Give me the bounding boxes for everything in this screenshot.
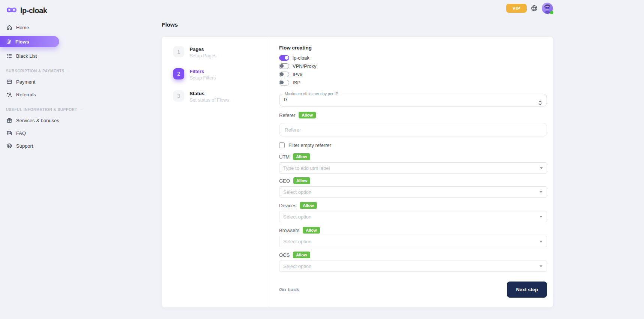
user-avatar[interactable]	[542, 3, 553, 14]
globe-icon[interactable]	[531, 5, 538, 12]
ocs-select[interactable]: Select option	[279, 261, 547, 272]
number-stepper-icon[interactable]	[538, 100, 542, 106]
ocs-label-row: OCS Allow	[279, 252, 547, 258]
max-clicks-label: Maximum clicks per day per IP	[283, 91, 340, 96]
toggle-isp[interactable]: ISP	[279, 80, 547, 85]
online-status-dot	[550, 11, 553, 14]
step-filters[interactable]: 2 Filters Setup Filters	[173, 68, 267, 81]
stepper: 1 Pages Setup Pages 2 Filters Setup Filt…	[162, 37, 267, 307]
list-icon	[6, 53, 12, 59]
referer-label-row: Referer Allow	[279, 112, 547, 118]
step-title: Pages	[190, 46, 217, 52]
browsers-select[interactable]: Select option	[279, 236, 547, 247]
sidebar-item-payment[interactable]: Payment	[0, 76, 66, 87]
sidebar-section-subscription: SUBSCRIPTION & PAYMENTS	[6, 69, 60, 73]
step-number: 3	[173, 90, 184, 102]
sidebar-item-label: Flows	[15, 39, 29, 45]
chevron-down-icon	[539, 191, 542, 195]
sidebar-item-services[interactable]: Services & bonuses	[0, 115, 66, 126]
sidebar-section-support: USEFUL INFORMATION & SUPPORT	[6, 108, 60, 112]
toggle-switch[interactable]	[279, 63, 289, 69]
vip-badge[interactable]: VIP	[506, 4, 527, 13]
sidebar-item-flows[interactable]: Flows	[0, 36, 59, 47]
sidebar-item-label: Support	[16, 143, 33, 149]
sidebar-item-label: Payment	[16, 79, 35, 85]
toggle-ipv6[interactable]: IPv6	[279, 72, 547, 77]
chevron-down-icon	[539, 216, 542, 219]
toggle-switch[interactable]	[279, 72, 289, 77]
credit-card-icon	[6, 79, 12, 85]
sidebar-item-label: Home	[16, 25, 29, 30]
max-clicks-field: Maximum clicks per day per IP	[279, 91, 547, 106]
browsers-label: Browsers	[279, 228, 299, 233]
step-status[interactable]: 3 Status Set status of Flows	[173, 90, 267, 103]
devices-label: Devices	[279, 203, 296, 208]
home-icon	[6, 24, 12, 31]
ocs-allow-badge[interactable]: Allow	[293, 252, 310, 258]
filter-empty-referrer-row[interactable]: Filter empty referrer	[279, 142, 547, 148]
devices-label-row: Devices Allow	[279, 202, 547, 209]
sidebar-item-label: Services & bonuses	[16, 118, 59, 123]
svg-text:?!: ?!	[8, 131, 10, 133]
step-subtitle: Set status of Flows	[190, 97, 229, 103]
sidebar-item-referrals[interactable]: Referrals	[0, 89, 66, 100]
flows-icon	[5, 39, 12, 45]
chevron-down-icon	[539, 241, 542, 244]
page-title: Flows	[162, 21, 553, 28]
chevron-down-icon	[539, 265, 542, 269]
sidebar-item-black-list[interactable]: Black List	[0, 50, 66, 61]
form-title: Flow creating	[279, 45, 547, 51]
sidebar-item-faq[interactable]: ?! FAQ	[0, 127, 66, 139]
support-icon	[6, 143, 12, 149]
geo-allow-badge[interactable]: Allow	[293, 177, 310, 184]
next-step-button[interactable]: Next step	[507, 282, 547, 298]
app-name: lp-cloak	[20, 6, 47, 15]
devices-allow-badge[interactable]: Allow	[300, 202, 317, 209]
step-pages[interactable]: 1 Pages Setup Pages	[173, 46, 267, 58]
geo-select[interactable]: Select option	[279, 186, 547, 198]
flow-creating-form: Flow creating lp-cloak VPN/Proxy IPv6 IS…	[267, 37, 553, 307]
toggle-switch[interactable]	[279, 80, 289, 85]
main-content: Flows 1 Pages Setup Pages 2 Filters Setu…	[162, 21, 553, 307]
person-add-icon	[6, 91, 12, 98]
sidebar-item-label: Referrals	[16, 92, 36, 97]
chevron-down-icon[interactable]	[540, 167, 543, 171]
topbar: VIP	[506, 3, 553, 14]
referer-allow-badge[interactable]: Allow	[299, 112, 315, 118]
app-logo[interactable]: lp-cloak	[0, 0, 66, 16]
filter-empty-referrer-checkbox[interactable]	[279, 142, 285, 148]
utm-label: UTM	[279, 154, 290, 160]
step-number: 1	[173, 46, 184, 57]
sidebar-item-label: FAQ	[16, 130, 26, 136]
referer-label: Referer	[279, 112, 295, 118]
utm-allow-badge[interactable]: Allow	[293, 153, 310, 160]
flow-card: 1 Pages Setup Pages 2 Filters Setup Filt…	[162, 37, 553, 307]
referer-input[interactable]	[279, 123, 547, 136]
utm-label-row: UTM Allow	[279, 153, 547, 160]
step-subtitle: Setup Pages	[190, 53, 217, 58]
browsers-label-row: Browsers Allow	[279, 227, 547, 234]
step-title: Status	[190, 90, 229, 96]
gift-icon	[6, 117, 12, 124]
toggle-switch[interactable]	[279, 55, 289, 61]
toggle-lp-cloak[interactable]: lp-cloak	[279, 55, 547, 61]
geo-label-row: GEO Allow	[279, 177, 547, 184]
devices-select[interactable]: Select option	[279, 211, 547, 222]
toggle-vpn-proxy[interactable]: VPN/Proxy	[279, 63, 547, 69]
go-back-button[interactable]: Go back	[279, 287, 299, 292]
sidebar-item-support[interactable]: Support	[0, 140, 66, 151]
step-number: 2	[173, 68, 184, 79]
mask-logo-icon	[6, 6, 17, 15]
sidebar-item-home[interactable]: Home	[0, 22, 66, 33]
step-subtitle: Setup Filters	[190, 75, 216, 81]
sidebar-nav: Home Flows Black List	[0, 22, 66, 151]
sidebar: lp-cloak Home Flows	[0, 0, 66, 319]
utm-input[interactable]	[279, 162, 547, 174]
max-clicks-input[interactable]	[284, 97, 529, 102]
utm-combo	[279, 162, 547, 174]
faq-chat-icon: ?!	[6, 130, 12, 136]
geo-label: GEO	[279, 178, 290, 184]
step-title: Filters	[190, 68, 216, 74]
browsers-allow-badge[interactable]: Allow	[303, 227, 320, 234]
form-actions: Go back Next step	[279, 282, 547, 298]
